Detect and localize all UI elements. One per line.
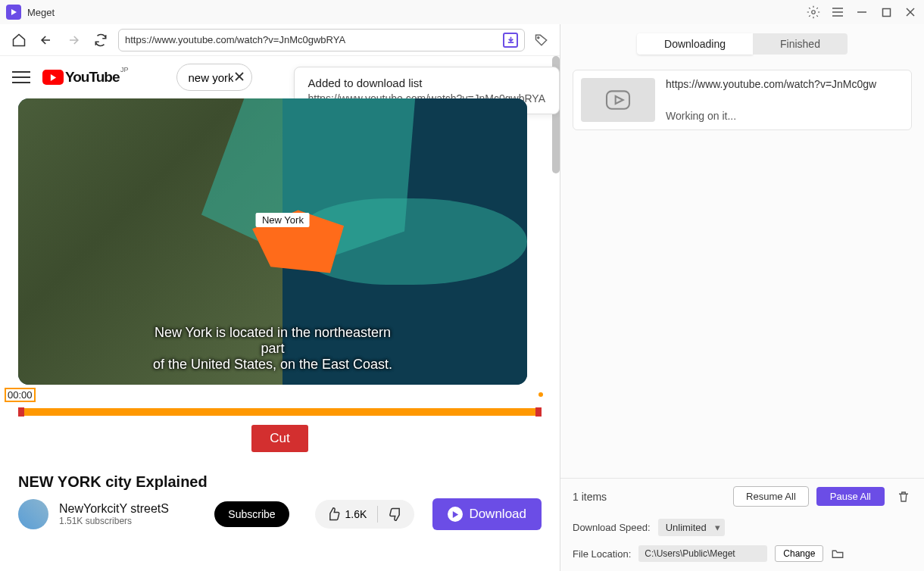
channel-avatar[interactable] <box>18 499 48 529</box>
app-title: Meget <box>27 7 806 18</box>
page-content: YouTube JP Added to download list https:… <box>0 56 560 571</box>
download-item-url: https://www.youtube.com/watch?v=JnMc0gw <box>666 78 876 90</box>
clear-search-icon[interactable] <box>233 70 247 84</box>
file-location-input[interactable] <box>638 545 767 562</box>
tag-icon[interactable] <box>532 31 551 49</box>
close-button[interactable] <box>903 5 918 20</box>
browser-pane: YouTube JP Added to download list https:… <box>0 24 560 571</box>
toast-title: Added to download list <box>308 76 545 89</box>
youtube-header: YouTube JP Added to download list https:… <box>0 56 560 98</box>
reload-button[interactable] <box>91 30 111 50</box>
download-speed-label: Download Speed: <box>573 522 651 533</box>
app-logo <box>6 5 21 20</box>
back-button[interactable] <box>36 30 56 50</box>
time-end-dot <box>538 392 543 397</box>
video-caption: New York is located in the northeastern … <box>145 325 400 373</box>
youtube-search[interactable] <box>176 64 252 91</box>
video-title: NEW YORK city Explained <box>18 473 542 491</box>
channel-name[interactable]: NewYorkcitY streetS <box>59 502 204 516</box>
timeline: 00:00 <box>0 385 560 416</box>
change-location-button[interactable]: Change <box>775 545 823 562</box>
browser-toolbar <box>0 24 560 56</box>
channel-subscribers: 1.51K subscribers <box>59 516 204 526</box>
url-download-icon[interactable] <box>503 33 518 48</box>
minimize-button[interactable] <box>854 5 869 20</box>
home-button[interactable] <box>9 30 29 50</box>
like-button[interactable]: 1.6K <box>315 500 378 529</box>
download-icon <box>448 507 463 522</box>
open-folder-icon[interactable] <box>831 547 844 560</box>
dislike-button[interactable] <box>378 500 414 529</box>
trim-handle-right[interactable] <box>535 407 542 417</box>
file-location-label: File Location: <box>573 548 631 560</box>
download-thumbnail <box>581 78 655 122</box>
like-count: 1.6K <box>345 508 367 520</box>
resume-all-button[interactable]: Resume All <box>733 486 809 507</box>
url-input[interactable] <box>125 34 503 45</box>
trim-handle-left[interactable] <box>18 407 24 417</box>
url-bar[interactable] <box>118 29 525 51</box>
svg-point-8 <box>538 36 539 38</box>
download-button[interactable]: Download <box>432 498 542 530</box>
pause-all-button[interactable]: Pause All <box>816 487 885 506</box>
settings-icon[interactable] <box>806 5 821 20</box>
download-footer: 1 items Resume All Pause All Download Sp… <box>560 478 924 571</box>
youtube-menu-icon[interactable] <box>12 68 30 86</box>
video-player[interactable]: New York New York is located in the nort… <box>18 98 527 385</box>
download-pane: Downloading Finished https://www.youtube… <box>560 24 924 571</box>
download-item-status: Working on it... <box>666 110 876 122</box>
youtube-search-input[interactable] <box>188 71 233 84</box>
maximize-button[interactable] <box>879 5 894 20</box>
map-label: New York <box>256 213 310 227</box>
hamburger-icon[interactable] <box>830 5 845 20</box>
youtube-logo[interactable]: YouTube JP <box>42 69 119 86</box>
tab-downloading[interactable]: Downloading <box>637 33 753 55</box>
download-count: 1 items <box>573 491 726 503</box>
titlebar: Meget <box>0 0 924 24</box>
download-list: https://www.youtube.com/watch?v=JnMc0gw … <box>560 64 924 478</box>
subscribe-button[interactable]: Subscribe <box>214 501 289 527</box>
svg-point-0 <box>812 11 816 14</box>
download-tabs: Downloading Finished <box>560 24 924 64</box>
timeline-bar[interactable] <box>18 408 542 416</box>
download-item[interactable]: https://www.youtube.com/watch?v=JnMc0gw … <box>573 70 912 130</box>
download-speed-select[interactable]: Unlimited <box>658 519 725 536</box>
trash-icon[interactable] <box>897 490 912 504</box>
tab-finished[interactable]: Finished <box>753 33 848 55</box>
svg-rect-5 <box>882 8 890 16</box>
forward-button[interactable] <box>64 30 83 50</box>
time-start-label: 00:00 <box>5 388 36 402</box>
svg-rect-11 <box>607 91 629 108</box>
cut-button[interactable]: Cut <box>251 425 307 452</box>
